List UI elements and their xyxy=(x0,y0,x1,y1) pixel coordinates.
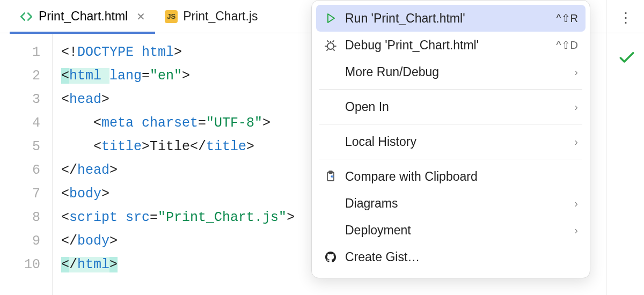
menu-item-label: Debug 'Print_Chart.html' xyxy=(345,38,548,53)
checkmark-icon xyxy=(619,51,634,67)
github-icon xyxy=(324,250,338,264)
line-number: 5 xyxy=(0,135,40,159)
menu-item-label: Create Gist… xyxy=(345,250,578,264)
line-number: 2 xyxy=(0,64,40,88)
menu-item[interactable]: Local History› xyxy=(316,128,586,155)
menu-item[interactable]: More Run/Debug› xyxy=(316,58,586,85)
menu-separator xyxy=(319,124,582,124)
clipboard-icon xyxy=(324,169,338,183)
close-icon[interactable]: ✕ xyxy=(136,10,145,23)
right-gutter: ⋮ xyxy=(606,0,644,295)
menu-item[interactable]: Diagrams› xyxy=(316,190,586,217)
js-file-icon: JS xyxy=(165,10,178,23)
menu-item[interactable]: Run 'Print_Chart.html'^⇧R xyxy=(316,5,586,32)
keyboard-shortcut: ^⇧D xyxy=(556,39,578,51)
menu-item[interactable]: Compare with Clipboard xyxy=(316,163,586,190)
line-number: 6 xyxy=(0,159,40,182)
menu-separator xyxy=(319,89,582,90)
menu-item-label: Run 'Print_Chart.html' xyxy=(345,11,548,26)
keyboard-shortcut: ^⇧R xyxy=(556,12,578,25)
debug-icon xyxy=(324,38,338,52)
menu-item[interactable]: Open In› xyxy=(316,93,586,120)
line-number-gutter: 12345678910 xyxy=(0,33,53,295)
chevron-right-icon: › xyxy=(574,197,578,210)
menu-item-label: Diagrams xyxy=(345,196,567,211)
chevron-right-icon: › xyxy=(574,101,578,113)
tab-label: Print_Chart.js xyxy=(183,9,258,24)
line-number: 8 xyxy=(0,206,40,230)
line-number: 3 xyxy=(0,88,40,112)
line-number: 4 xyxy=(0,112,40,135)
kebab-menu-icon[interactable]: ⋮ xyxy=(619,10,632,26)
menu-item-label: Open In xyxy=(345,100,567,114)
context-menu: Run 'Print_Chart.html'^⇧RDebug 'Print_Ch… xyxy=(311,0,590,278)
svg-point-0 xyxy=(327,43,334,49)
tab-print-chart-html[interactable]: Print_Chart.html ✕ xyxy=(10,0,155,33)
line-number: 1 xyxy=(0,41,40,64)
menu-separator xyxy=(319,159,582,159)
line-number: 9 xyxy=(0,230,40,253)
html-file-icon xyxy=(19,10,33,24)
menu-item[interactable]: Create Gist… xyxy=(316,244,586,270)
menu-item-label: Compare with Clipboard xyxy=(345,169,578,184)
menu-item-label: Local History xyxy=(345,135,567,149)
chevron-right-icon: › xyxy=(574,224,578,237)
menu-item[interactable]: Debug 'Print_Chart.html'^⇧D xyxy=(316,32,586,58)
chevron-right-icon: › xyxy=(574,66,578,78)
line-number: 10 xyxy=(0,253,40,277)
run-icon xyxy=(324,11,338,25)
line-number: 7 xyxy=(0,182,40,206)
menu-item[interactable]: Deployment› xyxy=(316,217,586,244)
menu-item-label: Deployment xyxy=(345,223,567,238)
tab-print-chart-js[interactable]: JS Print_Chart.js xyxy=(155,0,267,33)
tab-label: Print_Chart.html xyxy=(39,9,128,24)
chevron-right-icon: › xyxy=(574,136,578,148)
menu-item-label: More Run/Debug xyxy=(345,65,567,79)
